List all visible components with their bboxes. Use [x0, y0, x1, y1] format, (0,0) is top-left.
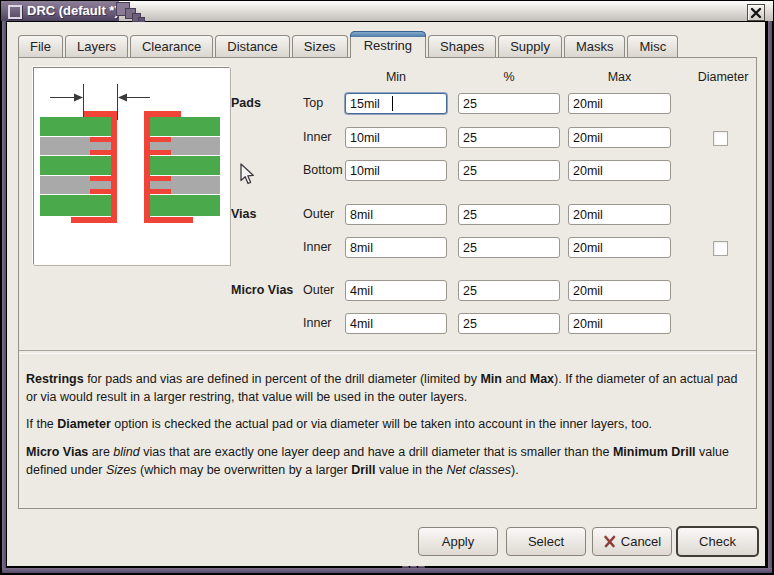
- vias-inner-max-input[interactable]: [568, 237, 671, 258]
- group-label-vias: Vias: [231, 204, 309, 225]
- row-label-pads-inner: Inner: [303, 127, 349, 148]
- tab-strip: File Layers Clearance Distance Sizes Res…: [18, 31, 678, 57]
- column-header-max: Max: [568, 70, 671, 85]
- check-button[interactable]: Check: [676, 526, 759, 557]
- close-button[interactable]: [747, 4, 765, 21]
- tab-misc[interactable]: Misc: [627, 35, 678, 57]
- pcb-cross-section-preview: [33, 67, 230, 265]
- window-border-bottom: [2, 568, 772, 573]
- tab-masks[interactable]: Masks: [564, 35, 626, 57]
- vias-outer-max-input[interactable]: [568, 204, 671, 225]
- column-header-min: Min: [345, 70, 447, 85]
- group-label-micro-vias: Micro Vias: [231, 280, 309, 301]
- microvias-outer-min-input[interactable]: [345, 280, 447, 301]
- pads-inner-percent-input[interactable]: [458, 127, 560, 148]
- row-label-vias-inner: Inner: [303, 237, 349, 258]
- vias-outer-min-input[interactable]: [345, 204, 447, 225]
- microvias-outer-percent-input[interactable]: [458, 280, 560, 301]
- select-button[interactable]: Select: [506, 527, 586, 556]
- cancel-button-label: Cancel: [621, 534, 661, 549]
- row-label-microvias-outer: Outer: [303, 280, 349, 301]
- help-paragraph-diameter: If the Diameter option is checked the ac…: [26, 415, 749, 433]
- vias-inner-min-input[interactable]: [345, 237, 447, 258]
- cancel-x-icon: [603, 535, 616, 548]
- pads-bottom-percent-input[interactable]: [458, 160, 560, 181]
- window-title: DRC (default *): [27, 1, 119, 21]
- window-titlebar[interactable]: DRC (default *): [1, 1, 773, 21]
- pads-inner-diameter-checkbox[interactable]: [713, 131, 728, 146]
- cancel-button[interactable]: Cancel: [592, 527, 672, 556]
- pads-top-max-input[interactable]: [568, 93, 671, 114]
- tab-restring[interactable]: Restring: [350, 31, 426, 58]
- microvias-outer-max-input[interactable]: [568, 280, 671, 301]
- mouse-cursor: [240, 163, 255, 186]
- tab-file[interactable]: File: [18, 35, 63, 57]
- vias-outer-percent-input[interactable]: [458, 204, 560, 225]
- pads-bottom-max-input[interactable]: [568, 160, 671, 181]
- tab-sizes[interactable]: Sizes: [292, 35, 348, 57]
- restring-tab-panel: Min % Max Diameter Pads Top Inner Bottom…: [18, 57, 757, 509]
- window-menu-icon[interactable]: [8, 5, 22, 19]
- pads-top-min-input[interactable]: [345, 93, 447, 114]
- check-button-label: Check: [699, 534, 736, 549]
- row-label-pads-top: Top: [303, 93, 349, 114]
- text-caret: [392, 96, 393, 111]
- microvias-inner-max-input[interactable]: [568, 313, 671, 334]
- pads-inner-max-input[interactable]: [568, 127, 671, 148]
- select-button-label: Select: [528, 534, 564, 549]
- vias-inner-diameter-checkbox[interactable]: [713, 241, 728, 256]
- tab-supply[interactable]: Supply: [498, 35, 562, 57]
- column-header-percent: %: [458, 70, 560, 85]
- vias-inner-percent-input[interactable]: [458, 237, 560, 258]
- row-label-vias-outer: Outer: [303, 204, 349, 225]
- pads-inner-min-input[interactable]: [345, 127, 447, 148]
- pads-top-percent-input[interactable]: [458, 93, 560, 114]
- tab-shapes[interactable]: Shapes: [428, 35, 496, 57]
- window-border-right: [768, 21, 772, 573]
- separator-line: [19, 350, 756, 354]
- microvias-inner-min-input[interactable]: [345, 313, 447, 334]
- tab-distance[interactable]: Distance: [215, 35, 290, 57]
- pads-bottom-min-input[interactable]: [345, 160, 447, 181]
- help-paragraph-restrings: Restrings for pads and vias are defined …: [26, 370, 749, 406]
- window-border-left: [2, 21, 6, 573]
- titlebar-title-area: DRC (default *): [1, 1, 119, 21]
- column-header-diameter: Diameter: [687, 70, 759, 85]
- apply-button[interactable]: Apply: [418, 527, 498, 556]
- apply-button-label: Apply: [442, 534, 475, 549]
- microvias-inner-percent-input[interactable]: [458, 313, 560, 334]
- drc-dialog: File Layers Clearance Distance Sizes Res…: [7, 22, 765, 566]
- close-icon: [750, 7, 762, 19]
- tab-clearance[interactable]: Clearance: [130, 35, 213, 57]
- row-label-pads-bottom: Bottom: [303, 160, 349, 181]
- tab-layers[interactable]: Layers: [65, 35, 128, 57]
- help-paragraph-micro-vias: Micro Vias are blind vias that are exact…: [26, 443, 749, 479]
- group-label-pads: Pads: [231, 93, 309, 114]
- row-label-microvias-inner: Inner: [303, 313, 349, 334]
